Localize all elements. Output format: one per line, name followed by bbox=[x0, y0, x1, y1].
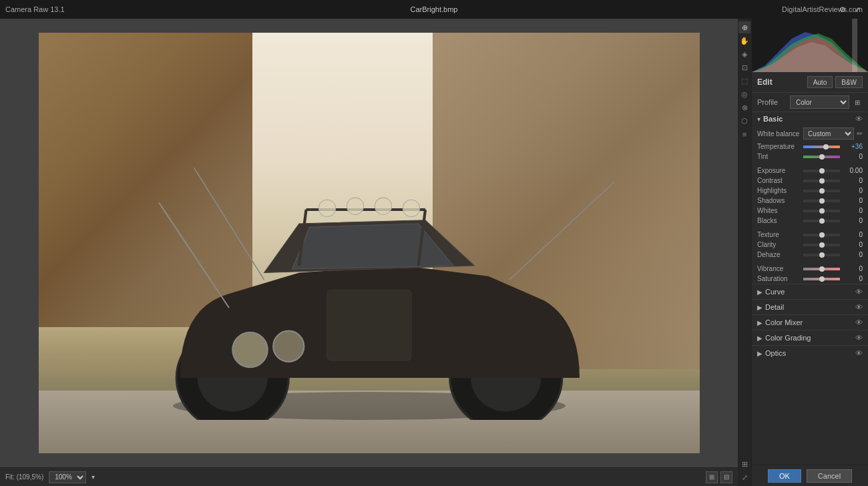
redeye-tool[interactable]: ⊗ bbox=[738, 101, 750, 113]
color-mixer-title: Color Mixer bbox=[765, 318, 855, 326]
curve-header[interactable]: ▶ Curve 👁 bbox=[752, 284, 868, 299]
exposure-thumb[interactable] bbox=[819, 168, 825, 174]
whites-thumb[interactable] bbox=[819, 208, 825, 214]
raw-tools: ⊕ ✋ ◈ ⊡ ⬚ ◎ ⊗ ⬡ ≡ ⊞ ⤢ bbox=[738, 19, 751, 486]
clarity-label: Clarity bbox=[757, 241, 801, 248]
highlights-value: 0 bbox=[843, 187, 863, 194]
texture-thumb[interactable] bbox=[819, 232, 825, 238]
saturation-slider[interactable] bbox=[803, 278, 840, 280]
vibrance-row: Vibrance 0 bbox=[752, 264, 868, 274]
profile-row: Profile Color Adobe Color Landscape ⊞ bbox=[752, 93, 868, 111]
grid-view-icon[interactable]: ⊞ bbox=[706, 471, 718, 483]
photo-canvas bbox=[39, 33, 700, 453]
exposure-slider[interactable] bbox=[803, 170, 840, 172]
vibrance-slider[interactable] bbox=[803, 268, 840, 270]
canvas-area: Fit: (109,5%) 100% 50% 200% ▾ ⊞ ⊟ bbox=[0, 19, 738, 486]
zoom-arrow: ▾ bbox=[91, 473, 95, 481]
shadows-value: 0 bbox=[843, 197, 863, 204]
profile-label: Profile bbox=[757, 98, 787, 106]
exposure-label: Exposure bbox=[757, 167, 801, 174]
masking-tool[interactable]: ⬡ bbox=[738, 115, 750, 127]
saturation-thumb[interactable] bbox=[819, 276, 825, 282]
temperature-slider[interactable] bbox=[803, 146, 840, 148]
shadows-thumb[interactable] bbox=[819, 198, 825, 204]
svg-line-13 bbox=[194, 168, 264, 280]
blacks-thumb[interactable] bbox=[819, 218, 825, 224]
vibrance-thumb[interactable] bbox=[819, 266, 825, 272]
curve-section: ▶ Curve 👁 bbox=[752, 284, 868, 299]
contrast-slider[interactable] bbox=[803, 180, 840, 182]
main-layout: Fit: (109,5%) 100% 50% 200% ▾ ⊞ ⊟ ⊕ ✋ ◈ … bbox=[0, 19, 868, 486]
auto-button[interactable]: Auto bbox=[807, 76, 833, 88]
highlights-thumb[interactable] bbox=[819, 188, 825, 194]
optics-section: ▶ Optics 👁 bbox=[752, 345, 868, 360]
compare-view-icon[interactable]: ⊟ bbox=[720, 471, 732, 483]
profile-grid-icon[interactable]: ⊞ bbox=[852, 97, 863, 107]
curve-title: Curve bbox=[765, 288, 855, 296]
basic-visibility-icon[interactable]: 👁 bbox=[855, 115, 863, 123]
clarity-thumb[interactable] bbox=[819, 242, 825, 248]
color-grading-title: Color Grading bbox=[765, 334, 855, 342]
blacks-slider[interactable] bbox=[803, 220, 840, 222]
optics-arrow-icon: ▶ bbox=[757, 350, 763, 357]
texture-row: Texture 0 bbox=[752, 230, 868, 240]
optics-visibility-icon[interactable]: 👁 bbox=[855, 349, 863, 357]
profile-select[interactable]: Color Adobe Color Landscape bbox=[790, 95, 849, 109]
image-canvas bbox=[0, 19, 738, 467]
temperature-thumb[interactable] bbox=[823, 144, 829, 150]
wb-select[interactable]: Custom As Shot Auto Daylight Cloudy Shad… bbox=[803, 128, 854, 140]
contrast-thumb[interactable] bbox=[819, 178, 825, 184]
optics-header[interactable]: ▶ Optics 👁 bbox=[752, 346, 868, 360]
tint-slider[interactable] bbox=[803, 156, 840, 158]
detail-visibility-icon[interactable]: 👁 bbox=[855, 303, 863, 311]
cancel-button[interactable]: Cancel bbox=[807, 469, 852, 483]
whites-slider[interactable] bbox=[803, 210, 840, 212]
edit-title: Edit bbox=[757, 77, 773, 87]
temperature-label: Temperature bbox=[757, 143, 801, 150]
color-mixer-header[interactable]: ▶ Color Mixer 👁 bbox=[752, 315, 868, 330]
highlights-slider[interactable] bbox=[803, 190, 840, 192]
bw-button[interactable]: B&W bbox=[835, 76, 863, 88]
shadows-slider[interactable] bbox=[803, 200, 840, 202]
highlights-row: Highlights 0 bbox=[752, 186, 868, 196]
vibrance-label: Vibrance bbox=[757, 265, 801, 272]
zoom-fit-tool[interactable]: ⊞ bbox=[738, 458, 750, 470]
hand-tool[interactable]: ✋ bbox=[738, 35, 750, 47]
texture-value: 0 bbox=[843, 231, 863, 238]
blacks-label: Blacks bbox=[757, 217, 801, 224]
color-sampler-tool[interactable]: ⊡ bbox=[738, 61, 750, 73]
color-mixer-visibility-icon[interactable]: 👁 bbox=[855, 318, 863, 326]
texture-slider[interactable] bbox=[803, 234, 840, 236]
zoom-select[interactable]: 100% 50% 200% bbox=[49, 471, 86, 483]
color-grading-visibility-icon[interactable]: 👁 bbox=[855, 334, 863, 342]
color-grading-arrow-icon: ▶ bbox=[757, 334, 763, 342]
white-balance-tool[interactable]: ◈ bbox=[738, 48, 750, 60]
color-grading-header[interactable]: ▶ Color Grading 👁 bbox=[752, 330, 868, 345]
tint-thumb[interactable] bbox=[819, 154, 825, 160]
crop-tool[interactable]: ⬚ bbox=[738, 75, 750, 87]
color-mixer-arrow-icon: ▶ bbox=[757, 319, 763, 326]
whites-row: Whites 0 bbox=[752, 206, 868, 216]
pan-zoom-tool[interactable]: ⤢ bbox=[738, 471, 750, 483]
dehaze-slider[interactable] bbox=[803, 254, 840, 256]
spot-removal-tool[interactable]: ◎ bbox=[738, 88, 750, 100]
white-balance-row: White balance Custom As Shot Auto Daylig… bbox=[752, 126, 868, 142]
tint-row: Tint 0 bbox=[752, 152, 868, 162]
wb-eyedropper-icon[interactable]: ✏ bbox=[857, 130, 863, 138]
watermark: DigitalArtistReviews.com bbox=[782, 5, 863, 13]
detail-title: Detail bbox=[765, 303, 855, 311]
svg-point-10 bbox=[403, 200, 419, 216]
tint-label: Tint bbox=[757, 153, 801, 160]
temperature-value: +36 bbox=[843, 143, 863, 150]
zoom-tool[interactable]: ⊕ bbox=[738, 21, 750, 33]
detail-header[interactable]: ▶ Detail 👁 bbox=[752, 300, 868, 314]
curve-visibility-icon[interactable]: 👁 bbox=[855, 288, 863, 296]
clarity-slider[interactable] bbox=[803, 244, 840, 246]
shadows-row: Shadows 0 bbox=[752, 196, 868, 206]
basic-section-header[interactable]: ▾ Basic 👁 bbox=[752, 111, 868, 126]
app-title: Camera Raw 13.1 bbox=[5, 5, 65, 13]
presets-tool[interactable]: ≡ bbox=[738, 128, 750, 140]
dehaze-thumb[interactable] bbox=[819, 252, 825, 258]
ok-button[interactable]: OK bbox=[768, 469, 801, 483]
contrast-row: Contrast 0 bbox=[752, 176, 868, 186]
